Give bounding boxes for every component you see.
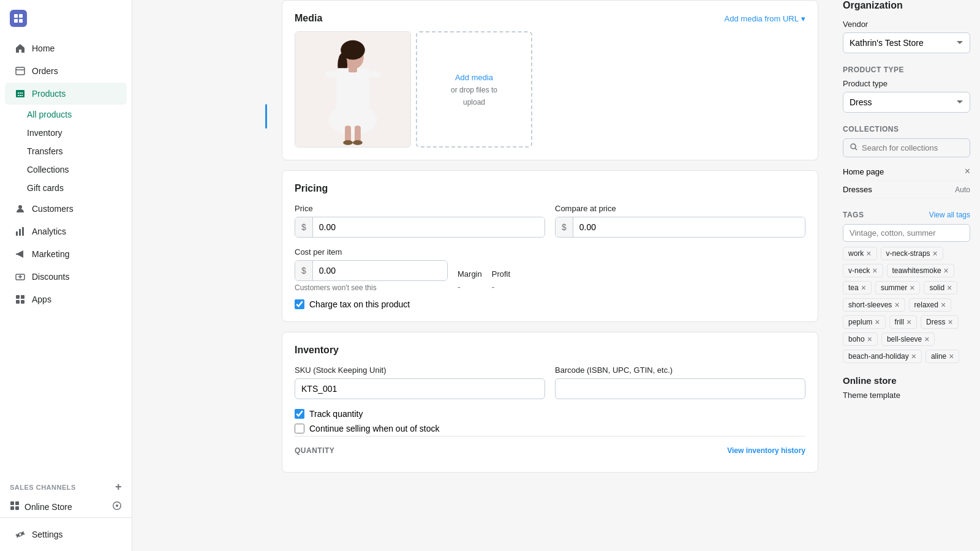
tag-remove-relaxed[interactable]: × xyxy=(941,301,946,309)
tag-remove-summer[interactable]: × xyxy=(910,283,914,292)
tags-search-input[interactable] xyxy=(843,224,970,242)
product-image-thumb[interactable] xyxy=(295,31,411,148)
svg-point-33 xyxy=(851,144,856,149)
cost-field-group: Cost per item $ Customers won't see this xyxy=(295,247,448,292)
tax-checkbox[interactable] xyxy=(295,299,304,309)
barcode-input[interactable] xyxy=(555,378,805,399)
collection-item-dresses: Dresses Auto xyxy=(843,181,970,198)
price-input[interactable] xyxy=(313,217,545,237)
sidebar-item-analytics[interactable]: Analytics xyxy=(5,220,127,242)
svg-rect-8 xyxy=(22,227,24,236)
tag-solid: solid× xyxy=(924,281,957,294)
discounts-icon xyxy=(15,271,26,282)
sku-input[interactable] xyxy=(295,378,545,399)
compare-price-input[interactable] xyxy=(573,217,805,237)
view-inventory-history-link[interactable]: View inventory history xyxy=(727,446,805,455)
view-all-tags-link[interactable]: View all tags xyxy=(929,211,970,219)
tag-remove-solid[interactable]: × xyxy=(947,283,952,292)
sidebar-item-inventory[interactable]: Inventory xyxy=(27,124,132,142)
content-area: Media Add media from URL ▾ xyxy=(132,0,980,551)
collections-label: COLLECTIONS xyxy=(843,125,970,133)
svg-rect-18 xyxy=(15,506,19,510)
sidebar-item-apps[interactable]: Apps xyxy=(5,288,127,310)
collection-item-homepage: Home page × xyxy=(843,162,970,181)
svg-point-29 xyxy=(353,140,363,145)
sidebar-item-marketing[interactable]: Marketing xyxy=(5,243,127,265)
tag-remove-teawhitesmoke[interactable]: × xyxy=(944,266,949,275)
quantity-title: QUANTITY xyxy=(295,446,334,455)
profit-label: Profit xyxy=(492,269,510,279)
tag-remove-peplum[interactable]: × xyxy=(875,318,880,326)
quantity-section: QUANTITY View inventory history xyxy=(295,436,805,455)
media-header: Media Add media from URL ▾ xyxy=(295,13,805,24)
tag-label: beach-and-holiday xyxy=(848,352,909,361)
online-store-label: Online Store xyxy=(24,502,72,512)
price-label: Price xyxy=(295,204,545,213)
sidebar: Home Orders Products All products Invent… xyxy=(0,0,132,551)
track-checkbox[interactable] xyxy=(295,409,304,419)
sidebar-item-home-label: Home xyxy=(32,43,55,53)
quantity-header: QUANTITY View inventory history xyxy=(295,446,805,455)
pricing-title: Pricing xyxy=(295,183,805,194)
sidebar-item-settings-label: Settings xyxy=(32,530,63,539)
add-media-btn-label: Add media xyxy=(455,73,493,82)
online-store-channel[interactable]: Online Store xyxy=(0,496,132,517)
online-store-settings-icon[interactable] xyxy=(112,501,122,512)
media-title: Media xyxy=(295,13,322,24)
price-prefix: $ xyxy=(295,217,313,237)
tags-label: TAGS xyxy=(843,211,864,219)
tag-remove-frill[interactable]: × xyxy=(907,318,911,326)
sales-channels-header: SALES CHANNELS + xyxy=(0,473,132,496)
tag-label: short-sleeves xyxy=(848,301,892,309)
add-media-placeholder[interactable]: Add media or drop files to upload xyxy=(416,31,532,148)
tag-remove-work[interactable]: × xyxy=(866,249,871,258)
remove-homepage-collection[interactable]: × xyxy=(965,166,970,177)
tag-label: v-neck-straps xyxy=(886,249,930,258)
tag-remove-tea[interactable]: × xyxy=(861,283,866,292)
sidebar-item-orders[interactable]: Orders xyxy=(5,60,127,82)
sidebar-item-discounts[interactable]: Discounts xyxy=(5,266,127,288)
marketing-icon xyxy=(15,249,26,260)
tag-short-sleeves: short-sleeves× xyxy=(843,298,905,312)
tax-label[interactable]: Charge tax on this product xyxy=(309,299,410,309)
tag-remove-v-neck-straps[interactable]: × xyxy=(933,249,938,258)
sidebar-item-all-products[interactable]: All products xyxy=(27,105,132,124)
tag-remove-boho[interactable]: × xyxy=(867,335,872,343)
logo-icon xyxy=(10,10,27,27)
collections-search-input[interactable] xyxy=(862,143,965,152)
tags-container: work×v-neck-straps×v-neck×teawhitesmoke×… xyxy=(843,247,970,363)
sidebar-item-products[interactable]: Products xyxy=(5,83,127,105)
track-row: Track quantity xyxy=(295,409,805,419)
sidebar-item-settings[interactable]: Settings xyxy=(5,523,127,545)
pricing-card: Pricing Price $ Compare at price $ xyxy=(282,170,818,322)
tag-label: summer xyxy=(881,283,907,292)
compare-price-label: Compare at price xyxy=(555,204,805,213)
tag-remove-dress[interactable]: × xyxy=(948,318,952,326)
tag-relaxed: relaxed× xyxy=(909,298,952,312)
tag-remove-v-neck[interactable]: × xyxy=(872,266,877,275)
tag-remove-aline[interactable]: × xyxy=(949,352,954,361)
tag-remove-bell-sleeve[interactable]: × xyxy=(924,335,929,343)
add-channel-icon[interactable]: + xyxy=(115,481,122,493)
sidebar-item-customers[interactable]: Customers xyxy=(5,198,127,220)
cost-row: Cost per item $ Customers won't see this… xyxy=(295,247,805,292)
sidebar-item-transfers[interactable]: Transfers xyxy=(27,142,132,160)
add-media-url-btn[interactable]: Add media from URL ▾ xyxy=(725,14,805,23)
sidebar-item-collections[interactable]: Collections xyxy=(27,160,132,179)
price-input-wrapper: $ xyxy=(295,217,545,238)
tag-remove-beach-and-holiday[interactable]: × xyxy=(911,352,916,361)
cost-input[interactable] xyxy=(313,261,447,280)
track-label[interactable]: Track quantity xyxy=(309,409,363,419)
vendor-select[interactable]: Kathrin's Test Store xyxy=(843,32,970,53)
customers-icon xyxy=(15,203,26,214)
tag-work: work× xyxy=(843,247,877,260)
product-type-select[interactable]: Dress xyxy=(843,92,970,113)
sidebar-item-home[interactable]: Home xyxy=(5,37,127,59)
product-type-section: PRODUCT TYPE Product type Dress xyxy=(843,66,970,113)
margin-label: Margin xyxy=(458,269,482,279)
collections-search xyxy=(843,138,970,157)
continue-label[interactable]: Continue selling when out of stock xyxy=(309,424,439,433)
sidebar-item-gift-cards[interactable]: Gift cards xyxy=(27,179,132,197)
tag-remove-short-sleeves[interactable]: × xyxy=(894,301,899,309)
continue-selling-checkbox[interactable] xyxy=(295,424,304,433)
